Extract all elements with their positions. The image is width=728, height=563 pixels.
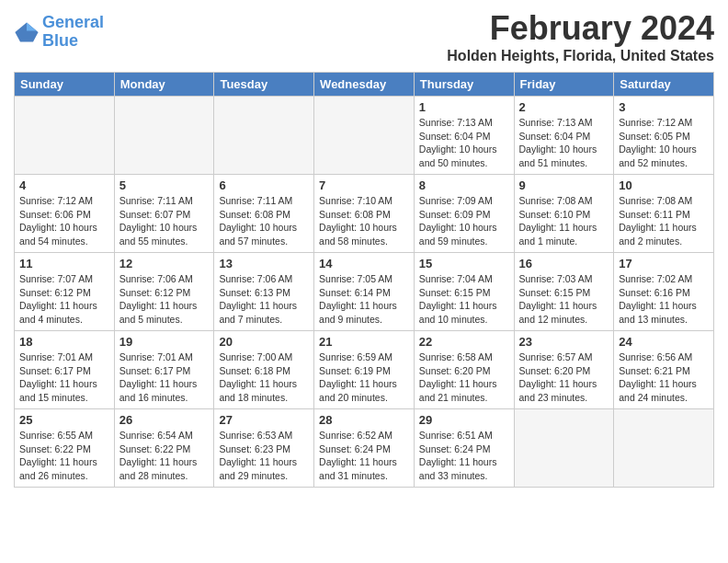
- day-number: 25: [19, 413, 109, 427]
- month-title: February 2024: [447, 9, 714, 48]
- calendar-cell: 5Sunrise: 7:11 AM Sunset: 6:07 PM Daylig…: [114, 175, 214, 253]
- calendar-cell: 7Sunrise: 7:10 AM Sunset: 6:08 PM Daylig…: [314, 175, 415, 253]
- day-number: 22: [419, 335, 509, 349]
- day-info: Sunrise: 7:11 AM Sunset: 6:07 PM Dayligh…: [119, 194, 210, 248]
- weekday-sunday: Sunday: [15, 73, 115, 97]
- weekday-saturday: Saturday: [614, 73, 714, 97]
- day-info: Sunrise: 6:59 AM Sunset: 6:19 PM Dayligh…: [319, 350, 409, 405]
- day-info: Sunrise: 6:58 AM Sunset: 6:20 PM Dayligh…: [419, 350, 509, 405]
- day-number: 15: [419, 257, 509, 270]
- day-number: 7: [319, 178, 409, 192]
- day-number: 13: [219, 257, 309, 270]
- calendar-cell: 18Sunrise: 7:01 AM Sunset: 6:17 PM Dayli…: [15, 331, 115, 409]
- day-number: 28: [319, 413, 409, 427]
- day-info: Sunrise: 7:01 AM Sunset: 6:17 PM Dayligh…: [19, 350, 109, 405]
- calendar-cell: 22Sunrise: 6:58 AM Sunset: 6:20 PM Dayli…: [414, 331, 514, 409]
- day-info: Sunrise: 7:09 AM Sunset: 6:09 PM Dayligh…: [419, 194, 509, 248]
- day-info: Sunrise: 7:06 AM Sunset: 6:12 PM Dayligh…: [119, 272, 210, 327]
- title-area: February 2024 Holden Heights, Florida, U…: [447, 9, 714, 64]
- weekday-friday: Friday: [514, 73, 614, 97]
- weekday-header-row: SundayMondayTuesdayWednesdayThursdayFrid…: [15, 73, 714, 97]
- calendar-cell: [514, 409, 614, 488]
- calendar-cell: 24Sunrise: 6:56 AM Sunset: 6:21 PM Dayli…: [614, 331, 714, 409]
- day-number: 3: [619, 100, 709, 114]
- calendar-cell: [114, 97, 214, 175]
- calendar-cell: 17Sunrise: 7:02 AM Sunset: 6:16 PM Dayli…: [614, 253, 714, 331]
- calendar-cell: 6Sunrise: 7:11 AM Sunset: 6:08 PM Daylig…: [214, 175, 314, 253]
- calendar-cell: 28Sunrise: 6:52 AM Sunset: 6:24 PM Dayli…: [314, 409, 415, 488]
- calendar-cell: 23Sunrise: 6:57 AM Sunset: 6:20 PM Dayli…: [514, 331, 614, 409]
- weekday-thursday: Thursday: [414, 73, 514, 97]
- calendar-cell: [614, 409, 714, 488]
- calendar-cell: 19Sunrise: 7:01 AM Sunset: 6:17 PM Dayli…: [114, 331, 214, 409]
- day-number: 5: [119, 178, 210, 192]
- calendar-body: 1Sunrise: 7:13 AM Sunset: 6:04 PM Daylig…: [15, 97, 714, 488]
- day-info: Sunrise: 7:10 AM Sunset: 6:08 PM Dayligh…: [319, 194, 409, 248]
- page-header: General Blue February 2024 Holden Height…: [14, 9, 714, 64]
- day-info: Sunrise: 7:03 AM Sunset: 6:15 PM Dayligh…: [519, 272, 609, 327]
- day-number: 4: [19, 178, 109, 192]
- day-number: 24: [619, 335, 709, 349]
- calendar-cell: 10Sunrise: 7:08 AM Sunset: 6:11 PM Dayli…: [614, 175, 714, 253]
- day-info: Sunrise: 7:13 AM Sunset: 6:04 PM Dayligh…: [519, 116, 609, 170]
- calendar-cell: [15, 97, 115, 175]
- calendar-cell: 12Sunrise: 7:06 AM Sunset: 6:12 PM Dayli…: [114, 253, 214, 331]
- day-info: Sunrise: 6:56 AM Sunset: 6:21 PM Dayligh…: [619, 350, 709, 405]
- day-info: Sunrise: 7:13 AM Sunset: 6:04 PM Dayligh…: [419, 116, 509, 170]
- day-info: Sunrise: 7:05 AM Sunset: 6:14 PM Dayligh…: [319, 272, 409, 327]
- calendar-cell: 2Sunrise: 7:13 AM Sunset: 6:04 PM Daylig…: [514, 97, 614, 175]
- calendar-cell: 4Sunrise: 7:12 AM Sunset: 6:06 PM Daylig…: [15, 175, 115, 253]
- logo: General Blue: [14, 14, 104, 51]
- day-number: 1: [419, 100, 509, 114]
- day-info: Sunrise: 7:12 AM Sunset: 6:06 PM Dayligh…: [19, 194, 109, 248]
- day-number: 6: [219, 178, 309, 192]
- calendar-cell: 25Sunrise: 6:55 AM Sunset: 6:22 PM Dayli…: [15, 409, 115, 488]
- day-number: 8: [419, 178, 509, 192]
- calendar-cell: 21Sunrise: 6:59 AM Sunset: 6:19 PM Dayli…: [314, 331, 415, 409]
- location-title: Holden Heights, Florida, United States: [447, 48, 714, 64]
- calendar-cell: [214, 97, 314, 175]
- day-number: 12: [119, 257, 210, 270]
- weekday-tuesday: Tuesday: [214, 73, 314, 97]
- day-info: Sunrise: 7:00 AM Sunset: 6:18 PM Dayligh…: [219, 350, 309, 405]
- calendar-cell: 9Sunrise: 7:08 AM Sunset: 6:10 PM Daylig…: [514, 175, 614, 253]
- day-info: Sunrise: 7:07 AM Sunset: 6:12 PM Dayligh…: [19, 272, 109, 327]
- calendar-week-5: 25Sunrise: 6:55 AM Sunset: 6:22 PM Dayli…: [15, 409, 714, 488]
- day-number: 11: [19, 257, 109, 270]
- calendar-cell: 14Sunrise: 7:05 AM Sunset: 6:14 PM Dayli…: [314, 253, 415, 331]
- day-number: 29: [419, 413, 509, 427]
- calendar-cell: 8Sunrise: 7:09 AM Sunset: 6:09 PM Daylig…: [414, 175, 514, 253]
- day-number: 23: [519, 335, 609, 349]
- day-number: 14: [319, 257, 409, 270]
- calendar-cell: 27Sunrise: 6:53 AM Sunset: 6:23 PM Dayli…: [214, 409, 314, 488]
- day-info: Sunrise: 7:01 AM Sunset: 6:17 PM Dayligh…: [119, 350, 210, 405]
- calendar-cell: 26Sunrise: 6:54 AM Sunset: 6:22 PM Dayli…: [114, 409, 214, 488]
- calendar-cell: 1Sunrise: 7:13 AM Sunset: 6:04 PM Daylig…: [414, 97, 514, 175]
- calendar-week-4: 18Sunrise: 7:01 AM Sunset: 6:17 PM Dayli…: [15, 331, 714, 409]
- day-info: Sunrise: 7:12 AM Sunset: 6:05 PM Dayligh…: [619, 116, 709, 170]
- calendar-cell: 11Sunrise: 7:07 AM Sunset: 6:12 PM Dayli…: [15, 253, 115, 331]
- calendar-week-2: 4Sunrise: 7:12 AM Sunset: 6:06 PM Daylig…: [15, 175, 714, 253]
- day-number: 18: [19, 335, 109, 349]
- calendar-week-1: 1Sunrise: 7:13 AM Sunset: 6:04 PM Daylig…: [15, 97, 714, 175]
- weekday-wednesday: Wednesday: [314, 73, 415, 97]
- logo-line2: Blue: [42, 31, 78, 50]
- day-number: 9: [519, 178, 609, 192]
- day-info: Sunrise: 6:52 AM Sunset: 6:24 PM Dayligh…: [319, 429, 409, 483]
- day-info: Sunrise: 7:02 AM Sunset: 6:16 PM Dayligh…: [619, 272, 709, 327]
- day-number: 26: [119, 413, 210, 427]
- day-info: Sunrise: 6:54 AM Sunset: 6:22 PM Dayligh…: [119, 429, 210, 483]
- day-number: 2: [519, 100, 609, 114]
- day-number: 17: [619, 257, 709, 270]
- calendar-table: SundayMondayTuesdayWednesdayThursdayFrid…: [14, 72, 714, 488]
- weekday-monday: Monday: [114, 73, 214, 97]
- day-info: Sunrise: 7:11 AM Sunset: 6:08 PM Dayligh…: [219, 194, 309, 248]
- calendar-cell: 13Sunrise: 7:06 AM Sunset: 6:13 PM Dayli…: [214, 253, 314, 331]
- calendar-cell: 16Sunrise: 7:03 AM Sunset: 6:15 PM Dayli…: [514, 253, 614, 331]
- day-number: 20: [219, 335, 309, 349]
- day-info: Sunrise: 6:55 AM Sunset: 6:22 PM Dayligh…: [19, 429, 109, 483]
- logo-line1: General: [42, 13, 104, 31]
- day-info: Sunrise: 6:53 AM Sunset: 6:23 PM Dayligh…: [219, 429, 309, 483]
- calendar-cell: 3Sunrise: 7:12 AM Sunset: 6:05 PM Daylig…: [614, 97, 714, 175]
- day-info: Sunrise: 7:06 AM Sunset: 6:13 PM Dayligh…: [219, 272, 309, 327]
